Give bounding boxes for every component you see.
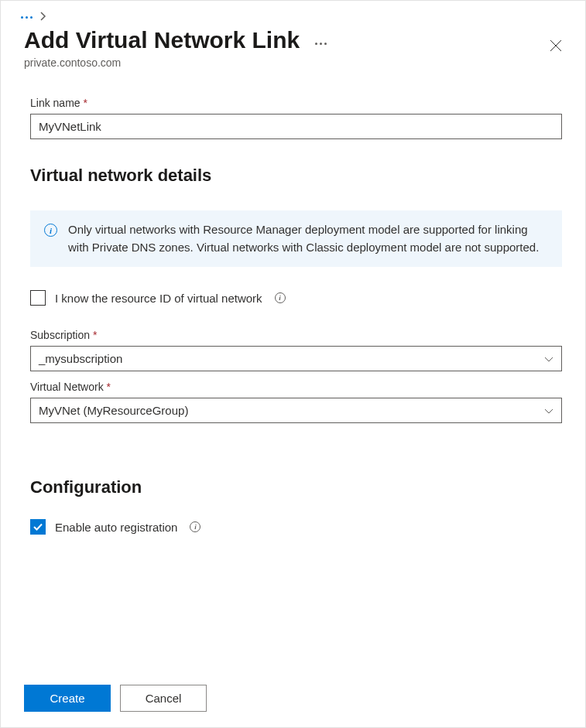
info-box: i Only virtual networks with Resource Ma… [30, 210, 562, 267]
chevron-down-icon [544, 404, 553, 417]
know-resource-id-label: I know the resource ID of virtual networ… [55, 292, 262, 305]
help-icon[interactable]: i [190, 521, 200, 532]
breadcrumb-bar [1, 1, 585, 22]
chevron-right-icon [40, 12, 46, 22]
breadcrumb-ellipsis-icon[interactable] [21, 16, 33, 19]
link-name-label: Link name * [30, 97, 562, 109]
close-icon [550, 39, 562, 52]
cancel-button[interactable]: Cancel [120, 685, 207, 712]
more-actions-icon[interactable] [315, 43, 327, 45]
virtual-network-label: Virtual Network * [30, 381, 562, 393]
enable-auto-registration-label: Enable auto registration [55, 521, 177, 534]
subscription-label: Subscription * [30, 329, 562, 341]
info-icon: i [44, 224, 57, 237]
configuration-heading: Configuration [30, 477, 562, 497]
subscription-value: _mysubscription [39, 352, 122, 365]
page-header: Add Virtual Network Link [1, 22, 585, 55]
virtual-network-select[interactable]: MyVNet (MyResourceGroup) [30, 398, 562, 423]
help-icon[interactable]: i [275, 292, 286, 303]
page-title: Add Virtual Network Link [24, 27, 300, 53]
vnet-details-heading: Virtual network details [30, 166, 562, 186]
info-message: Only virtual networks with Resource Mana… [68, 221, 548, 256]
enable-auto-registration-checkbox[interactable] [30, 519, 46, 535]
know-resource-id-checkbox[interactable] [30, 290, 46, 306]
subscription-select[interactable]: _mysubscription [30, 346, 562, 371]
chevron-down-icon [544, 352, 553, 365]
close-button[interactable] [543, 33, 568, 61]
virtual-network-value: MyVNet (MyResourceGroup) [39, 404, 188, 417]
page-subtitle: private.contoso.com [1, 56, 585, 69]
footer-actions: Create Cancel [24, 685, 207, 712]
link-name-input[interactable] [30, 114, 562, 139]
create-button[interactable]: Create [24, 685, 111, 712]
checkmark-icon [33, 521, 43, 532]
